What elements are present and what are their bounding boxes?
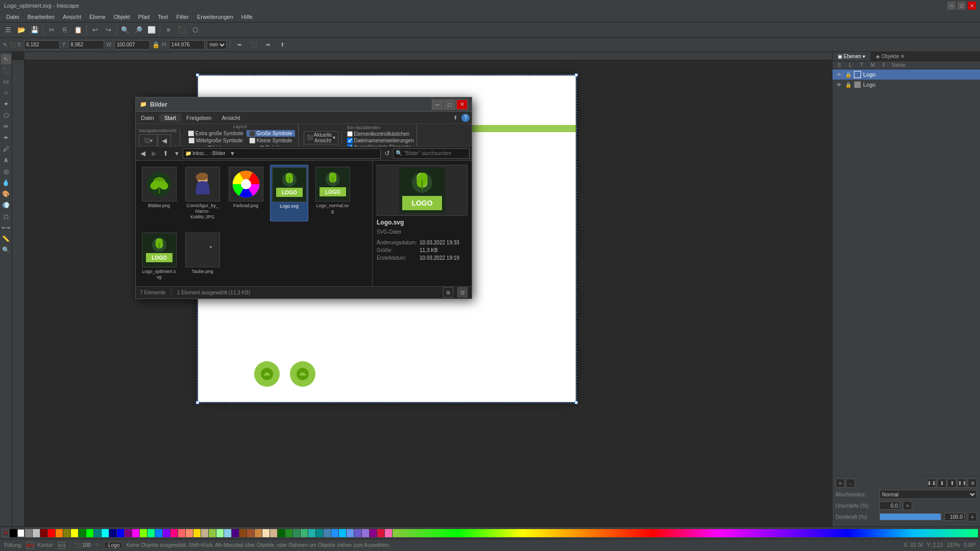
dialog-max-btn[interactable]: □: [444, 99, 455, 110]
copy-btn[interactable]: ⎘: [59, 24, 71, 36]
file-item-taube[interactable]: Taube.png: [183, 231, 222, 282]
breadcrumb-bilder[interactable]: Bilder: [212, 151, 226, 156]
medseagreen-swatch[interactable]: [301, 529, 308, 537]
recent-btn[interactable]: ▾: [172, 148, 182, 159]
layer-row-logo-selected[interactable]: 👁 🔒 Logo: [832, 69, 980, 80]
peru-swatch[interactable]: [255, 529, 262, 537]
zoom-fit-btn[interactable]: ⬜: [145, 24, 158, 36]
menu-hilfe[interactable]: Hilfe: [237, 13, 257, 21]
eyedropper-tool[interactable]: 💧: [1, 178, 11, 188]
back-btn[interactable]: ◀: [138, 148, 148, 159]
menu-bearbeiten[interactable]: Bearbeiten: [23, 13, 59, 21]
measure-tool[interactable]: 📏: [1, 234, 11, 244]
new-btn[interactable]: ☰: [2, 24, 14, 36]
hotpink-swatch[interactable]: [385, 529, 392, 537]
tab-objekte[interactable]: ◈ Objekte ✕: [871, 52, 910, 61]
tan-swatch[interactable]: [270, 529, 277, 537]
yellow-swatch[interactable]: [71, 529, 78, 537]
white-swatch[interactable]: [17, 529, 24, 537]
undo-btn[interactable]: ↩: [89, 24, 101, 36]
file-item-blaetter[interactable]: Blätter.png: [140, 165, 178, 221]
ellipse-tool[interactable]: ○: [1, 88, 11, 98]
gradient-tool[interactable]: ◎: [1, 166, 11, 177]
slateblue-swatch[interactable]: [354, 529, 361, 537]
steelblue-swatch[interactable]: [324, 529, 331, 537]
layer-move-up-btn[interactable]: ⬆: [947, 479, 957, 488]
mischmode-select[interactable]: Normal Multiplizieren Bildschirm: [879, 490, 977, 499]
layer-eye-icon-2[interactable]: 👁: [836, 81, 843, 88]
unschaerfe-plus[interactable]: +: [903, 501, 912, 510]
open-btn[interactable]: 📂: [15, 24, 28, 36]
menu-datei[interactable]: Datei: [2, 13, 23, 21]
dialog-titlebar[interactable]: 📁 Bilder ─ □ ✕: [136, 97, 472, 112]
dialog-help-btn[interactable]: ?: [461, 114, 470, 122]
blue-swatch[interactable]: [117, 529, 124, 537]
align-top-btn[interactable]: ⬆: [276, 39, 288, 51]
file-item-logo-normal[interactable]: LOGO Logo_normal.svg: [313, 165, 352, 221]
add-layer-btn[interactable]: +: [836, 479, 845, 488]
connector-tool[interactable]: ⟷: [1, 222, 11, 233]
indigo-swatch[interactable]: [232, 529, 239, 537]
spray-tool[interactable]: 💨: [1, 200, 11, 210]
dialog-min-btn[interactable]: ─: [432, 99, 443, 110]
select-tool[interactable]: ↖: [1, 54, 11, 64]
checkbox-dateinamen[interactable]: Dateinamenerweiterungen: [347, 138, 413, 143]
dmenu-datei[interactable]: Datei: [136, 114, 159, 122]
pencil-tool[interactable]: ✏: [1, 121, 11, 132]
align-btn[interactable]: ≡: [162, 24, 175, 36]
mint-swatch[interactable]: [216, 529, 224, 537]
deckkraft-input[interactable]: [944, 513, 965, 521]
h-input[interactable]: [169, 40, 205, 49]
stroke-swatch[interactable]: N/V: [58, 542, 65, 549]
sky-swatch[interactable]: [224, 529, 231, 537]
seagreen-swatch[interactable]: [293, 529, 300, 537]
fill-swatch[interactable]: N/V: [27, 542, 34, 549]
extra-large-btn[interactable]: ⬜ Extra große Symbole: [185, 130, 246, 137]
purple-swatch[interactable]: [125, 529, 132, 537]
dmenu-ansicht[interactable]: Ansicht: [216, 114, 245, 122]
menu-ebene[interactable]: Ebene: [85, 13, 110, 21]
no-color-swatch[interactable]: ✕: [2, 529, 9, 537]
element-checkbox[interactable]: [347, 131, 353, 137]
teal-swatch[interactable]: [94, 529, 101, 537]
file-item-comic[interactable]: Comicfigur_by_Marco-Kolditz.JPG: [183, 165, 222, 221]
gold-swatch[interactable]: [193, 529, 201, 537]
unschaerfe-input[interactable]: [879, 502, 900, 510]
lime-swatch[interactable]: [86, 529, 93, 537]
node-tool[interactable]: ⬛: [1, 65, 11, 76]
layer-move-bottom-btn[interactable]: ⬇⬇: [927, 479, 936, 488]
menu-pfad[interactable]: Pfad: [134, 13, 154, 21]
unit-select[interactable]: mm px cm: [207, 40, 227, 49]
nav-pane-btn[interactable]: ⬛▾: [139, 134, 157, 147]
save-btn[interactable]: 💾: [29, 24, 41, 36]
w-input[interactable]: [114, 40, 150, 49]
menu-erweiterungen[interactable]: Erweiterungen: [193, 13, 237, 21]
x-input[interactable]: [24, 40, 60, 49]
menu-objekt[interactable]: Objekt: [110, 13, 134, 21]
small-btn[interactable]: ⬜ Kleine Symbole: [247, 137, 295, 144]
chartreuse-swatch[interactable]: [140, 529, 147, 537]
navy-swatch[interactable]: [109, 529, 116, 537]
medium-btn[interactable]: ⬜ Mittelgroße Symbole: [185, 137, 246, 144]
layer-move-top-btn[interactable]: ⬆⬆: [958, 479, 967, 488]
opacity-track[interactable]: [879, 513, 941, 520]
search-input[interactable]: [404, 151, 469, 156]
magenta-swatch[interactable]: [132, 529, 139, 537]
menu-text[interactable]: Text: [154, 13, 172, 21]
coral-swatch[interactable]: [178, 529, 185, 537]
black-swatch[interactable]: [10, 529, 17, 537]
darkred-swatch[interactable]: [40, 529, 47, 537]
mediumpurple-swatch[interactable]: [362, 529, 369, 537]
darkgreen-swatch[interactable]: [278, 529, 285, 537]
crimson-swatch[interactable]: [377, 529, 384, 537]
brown-swatch[interactable]: [239, 529, 247, 537]
paint-tool[interactable]: 🎨: [1, 189, 11, 199]
checkbox-element[interactable]: Elementkontrollkästchen: [347, 131, 413, 137]
zoom-in-btn[interactable]: 🔍: [119, 24, 131, 36]
breadcrumb-dropdown-btn[interactable]: ▾: [228, 148, 238, 159]
close-button[interactable]: ✕: [968, 2, 976, 10]
cornflower-swatch[interactable]: [347, 529, 354, 537]
dialog-view-toggle-1[interactable]: ⊞: [443, 287, 453, 297]
refresh-btn[interactable]: ↺: [382, 148, 392, 159]
dateinamen-checkbox[interactable]: [347, 138, 353, 143]
